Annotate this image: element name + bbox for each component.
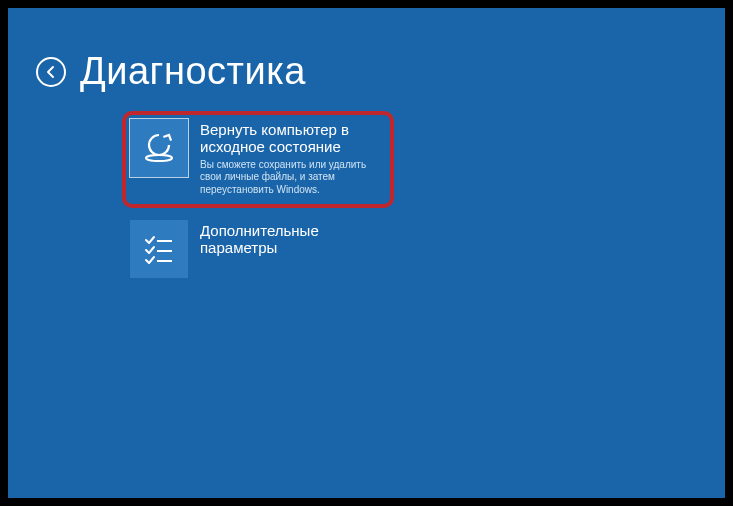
option-text: Вернуть компьютер в исходное состояние В…	[200, 119, 384, 196]
option-title: Дополнительные параметры	[200, 222, 384, 257]
checklist-icon	[140, 230, 178, 268]
winre-troubleshoot-screen: Диагностика Вернуть компьютер в исходное…	[8, 8, 725, 498]
reset-icon-tile	[130, 119, 188, 177]
option-reset-pc[interactable]: Вернуть компьютер в исходное состояние В…	[122, 111, 394, 208]
reset-icon	[139, 128, 179, 168]
back-button[interactable]	[36, 57, 66, 87]
advanced-icon-tile	[130, 220, 188, 278]
page-title: Диагностика	[80, 50, 306, 93]
svg-point-0	[146, 155, 172, 161]
option-text: Дополнительные параметры	[200, 220, 384, 257]
option-title: Вернуть компьютер в исходное состояние	[200, 121, 384, 156]
options-list: Вернуть компьютер в исходное состояние В…	[128, 111, 388, 284]
option-description: Вы сможете сохранить или удалить свои ли…	[200, 159, 370, 197]
option-advanced[interactable]: Дополнительные параметры	[128, 218, 388, 284]
arrow-left-icon	[44, 65, 58, 79]
header: Диагностика	[36, 50, 725, 93]
